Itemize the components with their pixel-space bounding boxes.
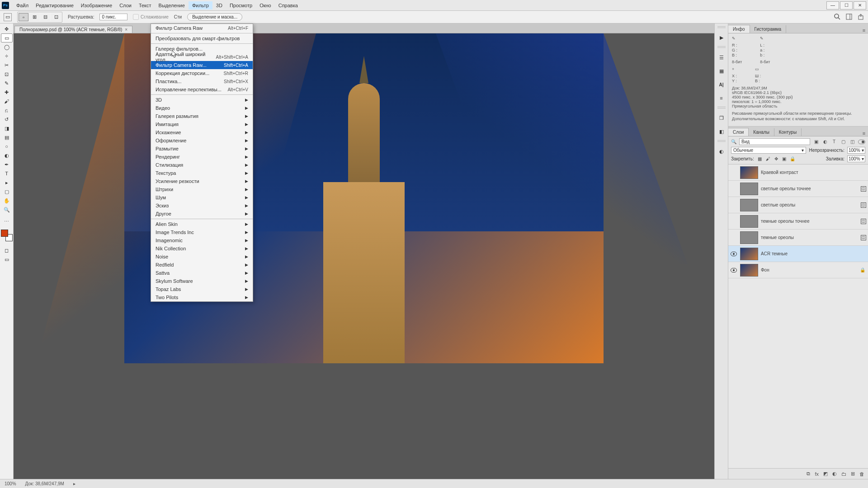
menu-item[interactable]: Галерея размытия▶ bbox=[151, 112, 253, 120]
menu-редактирование[interactable]: Редактирование bbox=[32, 1, 77, 9]
menu-item[interactable]: Коррекция дисторсии...Shift+Ctrl+R bbox=[151, 69, 253, 77]
menu-item[interactable]: Alien Skin▶ bbox=[151, 220, 253, 228]
menu-item[interactable]: Skylum Software▶ bbox=[151, 277, 253, 285]
actions-panel-icon[interactable]: ▶ bbox=[716, 32, 727, 43]
frame-tool[interactable]: ⊡ bbox=[1, 70, 13, 79]
menu-item[interactable]: Пластика...Shift+Ctrl+X bbox=[151, 77, 253, 85]
close-icon[interactable]: × bbox=[125, 27, 127, 32]
share-icon[interactable] bbox=[857, 13, 864, 21]
zoom-status[interactable]: 100% bbox=[5, 481, 16, 486]
link-layers-icon[interactable]: ⧉ bbox=[807, 471, 810, 477]
menu-item[interactable]: Рендеринг▶ bbox=[151, 153, 253, 161]
menu-item[interactable]: Усиление резкости▶ bbox=[151, 177, 253, 185]
magic-wand-tool[interactable]: ✧ bbox=[1, 52, 13, 61]
opacity-input[interactable]: 100%▾ bbox=[847, 147, 865, 154]
tab-paths[interactable]: Контуры bbox=[774, 128, 802, 136]
status-dropdown-icon[interactable]: ▸ bbox=[73, 481, 75, 486]
shape-tool[interactable]: ▢ bbox=[1, 187, 13, 196]
feather-input[interactable]: 0 пикс. bbox=[99, 14, 127, 20]
layer-row[interactable]: светлые ореолы◫ bbox=[728, 197, 868, 213]
tab-info[interactable]: Инфо bbox=[728, 25, 750, 33]
crop-tool[interactable]: ✂ bbox=[1, 61, 13, 70]
menu-item[interactable]: Noise▶ bbox=[151, 253, 253, 261]
color-swatches[interactable] bbox=[1, 230, 13, 241]
edit-toolbar[interactable]: ⋯ bbox=[1, 217, 13, 226]
menu-окно[interactable]: Окно bbox=[256, 1, 275, 9]
tab-layers[interactable]: Слои bbox=[728, 128, 749, 136]
filter-dropdown-menu[interactable]: Фильтр Camera RawAlt+Ctrl+FПреобразовать… bbox=[151, 23, 253, 302]
filter-pixel-icon[interactable]: ▣ bbox=[813, 139, 819, 144]
workspace-switcher-icon[interactable] bbox=[845, 13, 853, 21]
menu-текст[interactable]: Текст bbox=[135, 1, 155, 9]
menu-фильтр[interactable]: Фильтр bbox=[189, 1, 212, 9]
adjustment-layer-icon[interactable]: ◐ bbox=[832, 471, 837, 477]
fg-color-swatch[interactable] bbox=[1, 230, 8, 237]
healing-brush-tool[interactable]: ✚ bbox=[1, 88, 13, 97]
menu-item[interactable]: 3D▶ bbox=[151, 96, 253, 104]
layer-row[interactable]: темные ореолы точнее◫ bbox=[728, 213, 868, 230]
type-tool[interactable]: T bbox=[1, 169, 13, 178]
pen-tool[interactable]: ✒ bbox=[1, 160, 13, 169]
menu-выделение[interactable]: Выделение bbox=[155, 1, 189, 9]
selection-intersect-icon[interactable]: ⊡ bbox=[51, 13, 61, 21]
menu-item[interactable]: Преобразовать для смарт-фильтров bbox=[151, 34, 253, 42]
menu-item[interactable]: Фильтр Camera Raw...Shift+Ctrl+A bbox=[151, 61, 253, 69]
menu-item[interactable]: Sattva▶ bbox=[151, 269, 253, 277]
menu-3d[interactable]: 3D bbox=[212, 1, 226, 9]
layer-row[interactable]: ACR темные bbox=[728, 246, 868, 262]
lock-transparent-icon[interactable]: ▦ bbox=[757, 156, 763, 161]
gradient-tool[interactable]: ▤ bbox=[1, 133, 13, 142]
layer-row[interactable]: светлые ореолы точнее◫ bbox=[728, 181, 868, 197]
lock-position-icon[interactable]: ✥ bbox=[773, 156, 779, 161]
marquee-tool[interactable]: ▭ bbox=[1, 33, 13, 42]
menu-item[interactable]: Имитация▶ bbox=[151, 120, 253, 128]
layer-row[interactable]: Краевой контраст bbox=[728, 164, 868, 181]
menu-просмотр[interactable]: Просмотр bbox=[226, 1, 256, 9]
menu-item[interactable]: Стилизация▶ bbox=[151, 161, 253, 169]
layer-group-icon[interactable]: 🗀 bbox=[841, 471, 846, 477]
filter-smart-icon[interactable]: ◫ bbox=[849, 139, 855, 144]
layer-mask-icon[interactable]: ◩ bbox=[823, 471, 828, 477]
window-minimize-button[interactable]: — bbox=[826, 1, 839, 9]
menu-слои[interactable]: Слои bbox=[116, 1, 135, 9]
menu-item[interactable]: Two Pilots▶ bbox=[151, 293, 253, 301]
current-tool-icon[interactable]: ▭ bbox=[4, 13, 12, 21]
new-layer-icon[interactable]: ⊞ bbox=[851, 471, 855, 477]
menu-item[interactable]: Текстура▶ bbox=[151, 169, 253, 177]
filter-type-icon[interactable]: T bbox=[831, 139, 837, 144]
layer-filter-kind[interactable]: Вид bbox=[739, 138, 810, 145]
menu-item[interactable]: Видео▶ bbox=[151, 104, 253, 112]
document-tab[interactable]: Полноразмер.psd @ 100% (ACR темные, RGB/… bbox=[14, 26, 132, 33]
menu-item[interactable]: Другое▶ bbox=[151, 210, 253, 218]
selection-subtract-icon[interactable]: ⊟ bbox=[40, 13, 50, 21]
filter-shape-icon[interactable]: ▢ bbox=[840, 139, 846, 144]
menu-item[interactable]: Image Trends Inc▶ bbox=[151, 228, 253, 236]
fill-input[interactable]: 100%▾ bbox=[847, 155, 865, 162]
search-icon[interactable] bbox=[834, 13, 841, 21]
menu-item[interactable]: Nik Collection▶ bbox=[151, 244, 253, 253]
blend-mode-select[interactable]: Обычные▾ bbox=[731, 147, 806, 154]
tab-histogram[interactable]: Гистограмма bbox=[750, 25, 787, 33]
history-brush-tool[interactable]: ↺ bbox=[1, 115, 13, 124]
history-panel-icon[interactable]: ☰ bbox=[716, 52, 727, 63]
menu-item[interactable]: Imagenomic▶ bbox=[151, 236, 253, 244]
delete-layer-icon[interactable]: 🗑 bbox=[859, 471, 864, 477]
quickmask-toggle[interactable]: ◻ bbox=[1, 246, 13, 255]
3d-panel-icon[interactable]: ❒ bbox=[716, 112, 727, 124]
blur-tool[interactable]: ○ bbox=[1, 142, 13, 151]
properties-panel-icon[interactable]: ◧ bbox=[716, 126, 727, 137]
lock-all-icon[interactable]: 🔒 bbox=[789, 156, 796, 161]
zoom-tool[interactable]: 🔍 bbox=[1, 205, 13, 214]
menu-файл[interactable]: Файл bbox=[13, 1, 32, 9]
paragraph-panel-icon[interactable]: ≡ bbox=[716, 92, 727, 104]
selection-add-icon[interactable]: ⊞ bbox=[29, 13, 39, 21]
lock-pixels-icon[interactable]: 🖌 bbox=[765, 156, 771, 161]
clone-stamp-tool[interactable]: ⎌ bbox=[1, 106, 13, 115]
selection-new-icon[interactable]: ▫ bbox=[19, 13, 28, 21]
visibility-eye-icon[interactable] bbox=[731, 268, 737, 272]
window-maximize-button[interactable]: ☐ bbox=[840, 1, 853, 9]
menu-справка[interactable]: Справка bbox=[275, 1, 302, 9]
screenmode-toggle[interactable]: ▭ bbox=[1, 255, 13, 264]
brush-tool[interactable]: 🖌 bbox=[1, 97, 13, 106]
window-close-button[interactable]: ✕ bbox=[854, 1, 866, 9]
